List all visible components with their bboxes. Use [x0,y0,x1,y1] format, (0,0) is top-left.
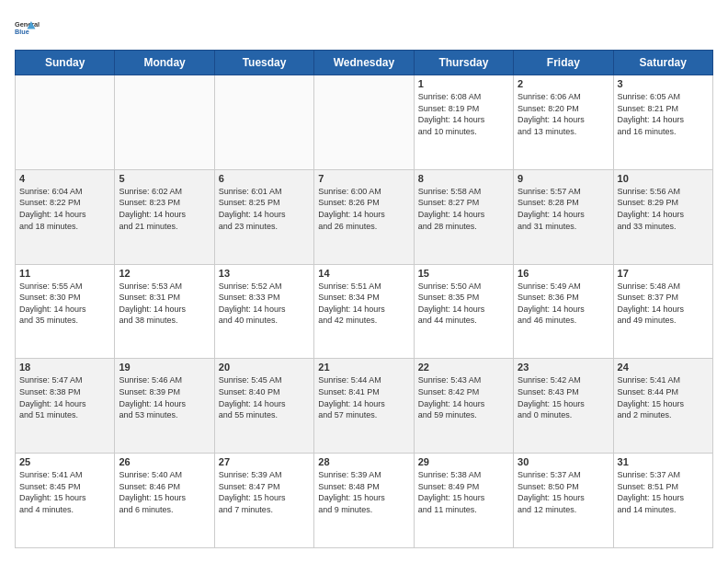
day-header-friday: Friday [514,51,613,75]
day-number: 6 [219,173,310,184]
calendar-cell: 21Sunrise: 5:44 AM Sunset: 8:41 PM Dayli… [314,359,414,454]
day-number: 1 [418,78,509,89]
day-number: 19 [119,362,210,373]
day-info: Sunrise: 5:44 AM Sunset: 8:41 PM Dayligh… [318,374,409,420]
day-info: Sunrise: 6:08 AM Sunset: 8:19 PM Dayligh… [418,91,509,137]
day-number: 29 [418,456,509,467]
day-info: Sunrise: 5:45 AM Sunset: 8:40 PM Dayligh… [219,374,310,420]
day-info: Sunrise: 5:41 AM Sunset: 8:44 PM Dayligh… [618,374,709,420]
day-info: Sunrise: 6:05 AM Sunset: 8:21 PM Dayligh… [618,91,709,137]
calendar-cell: 4Sunrise: 6:04 AM Sunset: 8:22 PM Daylig… [16,169,115,264]
day-info: Sunrise: 5:49 AM Sunset: 8:36 PM Dayligh… [518,281,609,327]
svg-text:Blue: Blue [15,28,29,36]
day-number: 10 [618,173,709,184]
day-number: 28 [318,456,409,467]
day-number: 5 [119,173,210,184]
calendar-cell: 11Sunrise: 5:55 AM Sunset: 8:30 PM Dayli… [16,264,115,359]
calendar-cell: 18Sunrise: 5:47 AM Sunset: 8:38 PM Dayli… [16,359,115,454]
day-header-tuesday: Tuesday [214,51,313,75]
day-info: Sunrise: 5:40 AM Sunset: 8:46 PM Dayligh… [119,469,210,515]
day-info: Sunrise: 5:53 AM Sunset: 8:31 PM Dayligh… [119,281,210,327]
calendar-cell: 31Sunrise: 5:37 AM Sunset: 8:51 PM Dayli… [613,454,712,548]
day-number: 15 [418,268,509,279]
calendar-cell: 13Sunrise: 5:52 AM Sunset: 8:33 PM Dayli… [214,264,313,359]
day-number: 26 [119,456,210,467]
page: General Blue SundayMondayTuesdayWednesda… [0,0,728,563]
day-info: Sunrise: 6:02 AM Sunset: 8:23 PM Dayligh… [119,186,210,232]
day-info: Sunrise: 5:48 AM Sunset: 8:37 PM Dayligh… [618,281,709,327]
calendar-cell: 30Sunrise: 5:37 AM Sunset: 8:50 PM Dayli… [514,454,613,548]
day-number: 22 [418,362,509,373]
day-info: Sunrise: 6:06 AM Sunset: 8:20 PM Dayligh… [518,91,609,137]
day-number: 18 [19,362,110,373]
day-number: 31 [618,456,709,467]
calendar-cell: 27Sunrise: 5:39 AM Sunset: 8:47 PM Dayli… [214,454,313,548]
day-number: 16 [518,268,609,279]
header: General Blue [15,15,713,40]
day-header-monday: Monday [115,51,214,75]
day-info: Sunrise: 5:39 AM Sunset: 8:47 PM Dayligh… [219,469,310,515]
calendar-cell: 12Sunrise: 5:53 AM Sunset: 8:31 PM Dayli… [115,264,214,359]
day-info: Sunrise: 6:04 AM Sunset: 8:22 PM Dayligh… [19,186,110,232]
calendar-cell: 28Sunrise: 5:39 AM Sunset: 8:48 PM Dayli… [314,454,414,548]
calendar-cell: 14Sunrise: 5:51 AM Sunset: 8:34 PM Dayli… [314,264,414,359]
calendar-cell: 24Sunrise: 5:41 AM Sunset: 8:44 PM Dayli… [613,359,712,454]
calendar-table: SundayMondayTuesdayWednesdayThursdayFrid… [15,50,713,548]
calendar-cell: 10Sunrise: 5:56 AM Sunset: 8:29 PM Dayli… [613,169,712,264]
calendar-cell [314,75,414,170]
day-info: Sunrise: 5:39 AM Sunset: 8:48 PM Dayligh… [318,469,409,515]
day-number: 3 [618,78,709,89]
calendar-cell [115,75,214,170]
day-number: 21 [318,362,409,373]
calendar-cell: 16Sunrise: 5:49 AM Sunset: 8:36 PM Dayli… [514,264,613,359]
day-header-thursday: Thursday [414,51,513,75]
calendar-cell: 26Sunrise: 5:40 AM Sunset: 8:46 PM Dayli… [115,454,214,548]
day-number: 4 [19,173,110,184]
day-info: Sunrise: 5:47 AM Sunset: 8:38 PM Dayligh… [19,374,110,420]
day-info: Sunrise: 5:46 AM Sunset: 8:39 PM Dayligh… [119,374,210,420]
day-number: 17 [618,268,709,279]
calendar-cell: 19Sunrise: 5:46 AM Sunset: 8:39 PM Dayli… [115,359,214,454]
calendar-cell: 6Sunrise: 6:01 AM Sunset: 8:25 PM Daylig… [214,169,313,264]
day-info: Sunrise: 6:00 AM Sunset: 8:26 PM Dayligh… [318,186,409,232]
day-info: Sunrise: 5:56 AM Sunset: 8:29 PM Dayligh… [618,186,709,232]
calendar-cell: 23Sunrise: 5:42 AM Sunset: 8:43 PM Dayli… [514,359,613,454]
day-number: 25 [19,456,110,467]
day-header-wednesday: Wednesday [314,51,414,75]
day-number: 24 [618,362,709,373]
day-number: 13 [219,268,310,279]
day-header-saturday: Saturday [613,51,712,75]
day-number: 14 [318,268,409,279]
day-info: Sunrise: 5:50 AM Sunset: 8:35 PM Dayligh… [418,281,509,327]
day-info: Sunrise: 5:52 AM Sunset: 8:33 PM Dayligh… [219,281,310,327]
logo: General Blue [15,15,40,40]
calendar-cell: 5Sunrise: 6:02 AM Sunset: 8:23 PM Daylig… [115,169,214,264]
calendar-cell: 20Sunrise: 5:45 AM Sunset: 8:40 PM Dayli… [214,359,313,454]
day-info: Sunrise: 5:37 AM Sunset: 8:50 PM Dayligh… [518,469,609,515]
day-number: 12 [119,268,210,279]
day-info: Sunrise: 5:57 AM Sunset: 8:28 PM Dayligh… [518,186,609,232]
day-number: 20 [219,362,310,373]
day-info: Sunrise: 5:43 AM Sunset: 8:42 PM Dayligh… [418,374,509,420]
day-info: Sunrise: 5:37 AM Sunset: 8:51 PM Dayligh… [618,469,709,515]
day-info: Sunrise: 6:01 AM Sunset: 8:25 PM Dayligh… [219,186,310,232]
day-info: Sunrise: 5:51 AM Sunset: 8:34 PM Dayligh… [318,281,409,327]
day-number: 23 [518,362,609,373]
day-number: 7 [318,173,409,184]
day-header-sunday: Sunday [16,51,115,75]
day-number: 8 [418,173,509,184]
day-number: 11 [19,268,110,279]
day-number: 2 [518,78,609,89]
day-info: Sunrise: 5:58 AM Sunset: 8:27 PM Dayligh… [418,186,509,232]
calendar-cell: 1Sunrise: 6:08 AM Sunset: 8:19 PM Daylig… [414,75,513,170]
calendar-cell: 3Sunrise: 6:05 AM Sunset: 8:21 PM Daylig… [613,75,712,170]
day-info: Sunrise: 5:55 AM Sunset: 8:30 PM Dayligh… [19,281,110,327]
calendar-cell: 25Sunrise: 5:41 AM Sunset: 8:45 PM Dayli… [16,454,115,548]
calendar-cell [16,75,115,170]
calendar-cell: 29Sunrise: 5:38 AM Sunset: 8:49 PM Dayli… [414,454,513,548]
calendar-cell: 2Sunrise: 6:06 AM Sunset: 8:20 PM Daylig… [514,75,613,170]
calendar-cell [214,75,313,170]
day-number: 27 [219,456,310,467]
logo-icon: General Blue [15,15,40,40]
day-number: 9 [518,173,609,184]
